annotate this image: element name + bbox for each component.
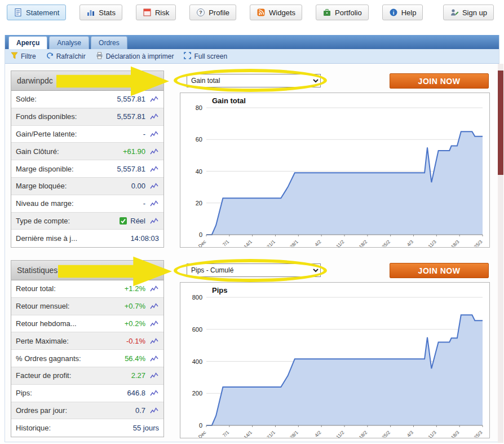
statement-widget: Aperçu Analyse Ordres Filtre Rafraîchir … xyxy=(5,35,499,442)
svg-text:25/2: 25/2 xyxy=(381,429,391,438)
row-value: 5,557.81 xyxy=(117,112,145,121)
gain-chart-select[interactable]: Gain total xyxy=(187,74,321,87)
refresh-action[interactable]: Rafraîchir xyxy=(46,52,86,61)
statement-button[interactable]: Statement xyxy=(7,5,66,20)
join-now-button-2[interactable]: JOIN NOW xyxy=(390,263,489,278)
chart-icon[interactable] xyxy=(148,407,159,414)
row-label: Gain Clôturé: xyxy=(16,147,123,156)
svg-text:11/2: 11/2 xyxy=(335,429,346,438)
account-table: Solde: 5,557.81 Fonds disponibles: 5,557… xyxy=(11,91,163,247)
svg-text:60: 60 xyxy=(196,136,202,143)
chart-icon[interactable] xyxy=(148,355,159,362)
table-row: Retour hebdoma... +0.2% xyxy=(11,315,163,333)
signup-button[interactable]: Sign up xyxy=(443,5,494,20)
content-area: darwinpdc (USD) Solde: 5,557.81 Fonds di… xyxy=(5,64,499,442)
table-row: Pips: 646.8 xyxy=(11,385,163,402)
tab-analyse[interactable]: Analyse xyxy=(49,36,89,49)
trading-statement-page: Statement Stats Risk ? Profile Widgets P… xyxy=(0,0,504,444)
row-label: Dernière mise à j... xyxy=(16,234,130,243)
chart-icon[interactable] xyxy=(148,302,159,310)
profile-button-label: Profile xyxy=(209,8,229,17)
row-value: +0.2% xyxy=(125,319,145,328)
account-currency: (USD) xyxy=(138,77,158,85)
row-label: Facteur de profit: xyxy=(16,371,131,380)
row-label: % Ordres gagnants: xyxy=(16,354,125,363)
svg-text:600: 600 xyxy=(192,326,202,333)
account-panel: darwinpdc (USD) Solde: 5,557.81 Fonds di… xyxy=(11,71,164,248)
svg-text:11/3: 11/3 xyxy=(427,429,437,438)
widgets-button[interactable]: Widgets xyxy=(250,5,302,20)
chart-icon[interactable] xyxy=(148,372,159,379)
tab-apercu[interactable]: Aperçu xyxy=(8,36,47,49)
chart-icon[interactable] xyxy=(148,148,159,155)
table-row: Retour total: +1.2% xyxy=(11,280,163,298)
svg-text:25/2: 25/2 xyxy=(381,239,391,247)
risk-button-label: Risk xyxy=(155,8,169,17)
row-value: -0.1% xyxy=(126,337,145,345)
stats-panel-header: Statistiques xyxy=(11,261,163,280)
row-label: Type de compte: xyxy=(16,217,120,225)
row-label: Marge disponible: xyxy=(16,165,117,173)
row-value: +0.7% xyxy=(125,302,145,310)
print-label: Déclaration à imprimer xyxy=(106,52,174,60)
chart-icon[interactable] xyxy=(148,200,159,207)
tab-ordres[interactable]: Ordres xyxy=(91,36,127,49)
svg-text:i: i xyxy=(392,10,394,16)
row-label: Historique: xyxy=(16,424,133,432)
svg-text:18/2: 18/2 xyxy=(357,239,368,247)
svg-text:7/1: 7/1 xyxy=(222,429,231,438)
stats-button[interactable]: Stats xyxy=(79,5,122,20)
chart-icon[interactable] xyxy=(148,130,159,138)
table-row: Niveau de marge: - xyxy=(11,195,163,213)
sub-toolbar: Filtre Rafraîchir Déclaration à imprimer… xyxy=(5,49,499,64)
pips-chart: 0200400600800Dec7/114/121/128/14/211/218… xyxy=(180,282,490,438)
risk-button[interactable]: Risk xyxy=(136,5,176,20)
row-label: Retour total: xyxy=(16,284,125,293)
account-name: darwinpdc xyxy=(17,76,53,85)
fullscreen-icon xyxy=(184,52,191,61)
chart-icon[interactable] xyxy=(148,217,159,225)
svg-text:18/2: 18/2 xyxy=(357,429,368,438)
chart-icon[interactable] xyxy=(148,95,159,103)
chart-icon[interactable] xyxy=(148,182,159,190)
row-value: 55 jours xyxy=(133,424,159,432)
row-label: Retour hebdoma... xyxy=(16,319,125,328)
chart-icon[interactable] xyxy=(148,113,159,120)
signup-icon xyxy=(450,8,459,17)
row-value: +61.90 xyxy=(123,147,145,156)
fullscreen-action[interactable]: Full screen xyxy=(184,52,227,61)
gain-total-chart: 020406080Dec7/114/121/128/14/211/218/225… xyxy=(180,93,490,248)
chart-icon[interactable] xyxy=(148,165,159,173)
svg-text:0: 0 xyxy=(199,422,202,429)
portfolio-button[interactable]: Portfolio xyxy=(316,5,369,20)
svg-text:?: ? xyxy=(199,10,202,15)
print-statement-action[interactable]: Déclaration à imprimer xyxy=(96,52,174,61)
widgets-icon xyxy=(257,8,266,17)
table-row: Marge bloquée: 0.00 xyxy=(11,178,163,195)
chart-icon[interactable] xyxy=(148,389,159,397)
pips-chart-select[interactable]: Pips - Cumulé xyxy=(187,263,321,277)
chart-icon[interactable] xyxy=(148,285,159,292)
join-now-button[interactable]: JOIN NOW xyxy=(390,73,489,89)
svg-text:18/3: 18/3 xyxy=(450,429,461,438)
row-value: - xyxy=(143,130,145,138)
scrollbar-thumb[interactable] xyxy=(498,71,503,175)
table-row: Retour mensuel: +0.7% xyxy=(11,298,163,315)
row-value: 2.27 xyxy=(131,371,145,380)
gain-total-chart-svg: 020406080Dec7/114/121/128/14/211/218/225… xyxy=(180,93,489,247)
svg-text:Dec: Dec xyxy=(197,429,207,438)
row-value: 5,557.81 xyxy=(117,165,145,173)
profile-button[interactable]: ? Profile xyxy=(189,5,236,20)
svg-text:14/1: 14/1 xyxy=(242,429,253,438)
help-button[interactable]: i Help xyxy=(382,5,423,20)
chart-icon[interactable] xyxy=(148,337,159,345)
row-value: 646.8 xyxy=(127,389,145,397)
gain-chart-header: Gain total JOIN NOW xyxy=(180,73,490,89)
filter-action[interactable]: Filtre xyxy=(11,52,36,61)
row-value: 5,557.81 xyxy=(117,95,145,103)
checkbox-checked-icon xyxy=(120,217,127,225)
chart-icon[interactable] xyxy=(148,320,159,327)
stats-panel-title: Statistiques xyxy=(17,266,58,275)
table-row: Gain/Perte latente: - xyxy=(11,126,163,143)
table-row: Gain Clôturé: +61.90 xyxy=(11,143,163,160)
